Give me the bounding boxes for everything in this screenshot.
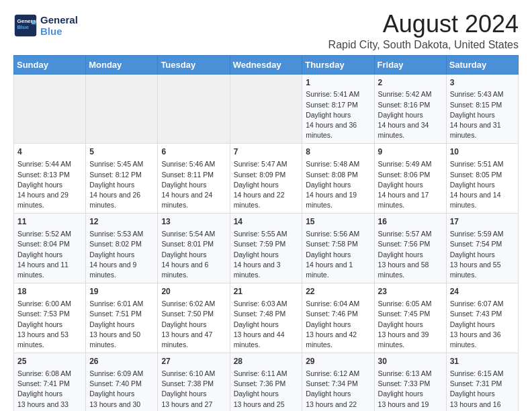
calendar-week-5: 25Sunrise: 6:08 AMSunset: 7:41 PMDayligh… [14, 353, 519, 411]
calendar-week-3: 11Sunrise: 5:52 AMSunset: 8:04 PMDayligh… [14, 214, 519, 283]
day-content: Sunrise: 6:10 AMSunset: 7:38 PMDaylight … [161, 369, 226, 411]
day-number: 31 [450, 356, 515, 367]
day-content: Sunrise: 5:46 AMSunset: 8:11 PMDaylight … [161, 159, 226, 210]
day-number: 2 [378, 77, 443, 89]
day-content: Sunrise: 5:45 AMSunset: 8:12 PMDaylight … [89, 159, 154, 210]
day-number: 30 [378, 356, 443, 367]
day-number: 18 [17, 286, 82, 298]
calendar-cell: 29Sunrise: 6:12 AMSunset: 7:34 PMDayligh… [302, 353, 374, 411]
day-content: Sunrise: 6:03 AMSunset: 7:48 PMDaylight … [234, 299, 299, 350]
calendar-week-1: 1Sunrise: 5:41 AMSunset: 8:17 PMDaylight… [14, 74, 519, 144]
calendar-cell: 1Sunrise: 5:41 AMSunset: 8:17 PMDaylight… [302, 74, 374, 144]
day-content: Sunrise: 5:56 AMSunset: 7:58 PMDaylight … [306, 229, 370, 280]
day-content: Sunrise: 5:53 AMSunset: 8:02 PMDaylight … [89, 229, 154, 280]
day-content: Sunrise: 6:01 AMSunset: 7:51 PMDaylight … [89, 299, 154, 350]
calendar-cell: 24Sunrise: 6:07 AMSunset: 7:43 PMDayligh… [446, 283, 518, 353]
weekday-header-wednesday: Wednesday [230, 55, 302, 74]
main-title: August 2024 [328, 11, 519, 38]
calendar-cell: 28Sunrise: 6:11 AMSunset: 7:36 PMDayligh… [230, 353, 302, 411]
logo-line2: Blue [40, 26, 78, 37]
day-content: Sunrise: 5:48 AMSunset: 8:08 PMDaylight … [306, 159, 370, 210]
day-content: Sunrise: 6:13 AMSunset: 7:33 PMDaylight … [378, 369, 443, 411]
day-number: 17 [450, 216, 515, 228]
calendar-cell: 31Sunrise: 6:15 AMSunset: 7:31 PMDayligh… [446, 353, 518, 411]
sub-title: Rapid City, South Dakota, United States [328, 39, 519, 51]
logo-text-block: General Blue [40, 14, 78, 38]
day-content: Sunrise: 5:54 AMSunset: 8:01 PMDaylight … [161, 229, 226, 280]
calendar-cell: 7Sunrise: 5:47 AMSunset: 8:09 PMDaylight… [230, 144, 302, 214]
calendar-cell [230, 74, 302, 144]
day-number: 20 [161, 286, 226, 298]
day-number: 26 [89, 356, 154, 367]
logo-icon: General Blue [13, 13, 38, 38]
day-number: 13 [161, 216, 226, 228]
calendar-week-2: 4Sunrise: 5:44 AMSunset: 8:13 PMDaylight… [14, 144, 519, 214]
weekday-row: SundayMondayTuesdayWednesdayThursdayFrid… [14, 55, 519, 74]
weekday-header-monday: Monday [86, 55, 158, 74]
day-number: 19 [89, 286, 154, 298]
calendar-cell [158, 74, 230, 144]
day-content: Sunrise: 5:47 AMSunset: 8:09 PMDaylight … [234, 159, 299, 210]
calendar-cell: 25Sunrise: 6:08 AMSunset: 7:41 PMDayligh… [14, 353, 86, 411]
calendar-cell: 19Sunrise: 6:01 AMSunset: 7:51 PMDayligh… [86, 283, 158, 353]
logo-line1: General [40, 14, 78, 26]
day-number: 29 [306, 356, 370, 367]
day-number: 6 [161, 146, 226, 158]
calendar-cell: 27Sunrise: 6:10 AMSunset: 7:38 PMDayligh… [158, 353, 230, 411]
day-number: 10 [450, 146, 515, 158]
calendar-cell [14, 74, 86, 144]
day-number: 15 [306, 216, 370, 228]
day-number: 28 [234, 356, 299, 367]
day-number: 11 [17, 216, 82, 228]
day-number: 7 [234, 146, 299, 158]
calendar-cell: 21Sunrise: 6:03 AMSunset: 7:48 PMDayligh… [230, 283, 302, 353]
calendar-cell: 6Sunrise: 5:46 AMSunset: 8:11 PMDaylight… [158, 144, 230, 214]
calendar-cell: 26Sunrise: 6:09 AMSunset: 7:40 PMDayligh… [86, 353, 158, 411]
calendar-cell: 30Sunrise: 6:13 AMSunset: 7:33 PMDayligh… [374, 353, 446, 411]
day-content: Sunrise: 5:49 AMSunset: 8:06 PMDaylight … [378, 159, 443, 210]
day-content: Sunrise: 6:00 AMSunset: 7:53 PMDaylight … [17, 299, 82, 350]
day-content: Sunrise: 5:44 AMSunset: 8:13 PMDaylight … [17, 159, 82, 210]
calendar-cell: 9Sunrise: 5:49 AMSunset: 8:06 PMDaylight… [374, 144, 446, 214]
weekday-header-saturday: Saturday [446, 55, 518, 74]
calendar-cell: 17Sunrise: 5:59 AMSunset: 7:54 PMDayligh… [446, 214, 518, 283]
day-content: Sunrise: 6:12 AMSunset: 7:34 PMDaylight … [306, 369, 370, 411]
calendar-cell: 8Sunrise: 5:48 AMSunset: 8:08 PMDaylight… [302, 144, 374, 214]
day-content: Sunrise: 6:15 AMSunset: 7:31 PMDaylight … [450, 369, 515, 411]
day-number: 27 [161, 356, 226, 367]
calendar-cell: 12Sunrise: 5:53 AMSunset: 8:02 PMDayligh… [86, 214, 158, 283]
day-content: Sunrise: 5:57 AMSunset: 7:56 PMDaylight … [378, 229, 443, 280]
calendar-cell: 16Sunrise: 5:57 AMSunset: 7:56 PMDayligh… [374, 214, 446, 283]
day-content: Sunrise: 5:41 AMSunset: 8:17 PMDaylight … [306, 89, 370, 140]
day-content: Sunrise: 5:55 AMSunset: 7:59 PMDaylight … [234, 229, 299, 280]
day-number: 4 [17, 146, 82, 158]
day-content: Sunrise: 5:51 AMSunset: 8:05 PMDaylight … [450, 159, 515, 210]
day-content: Sunrise: 6:09 AMSunset: 7:40 PMDaylight … [89, 369, 154, 411]
calendar-cell: 22Sunrise: 6:04 AMSunset: 7:46 PMDayligh… [302, 283, 374, 353]
calendar-cell: 10Sunrise: 5:51 AMSunset: 8:05 PMDayligh… [446, 144, 518, 214]
calendar-cell: 14Sunrise: 5:55 AMSunset: 7:59 PMDayligh… [230, 214, 302, 283]
calendar-week-4: 18Sunrise: 6:00 AMSunset: 7:53 PMDayligh… [14, 283, 519, 353]
day-number: 16 [378, 216, 443, 228]
day-number: 22 [306, 286, 370, 298]
day-number: 9 [378, 146, 443, 158]
day-content: Sunrise: 6:11 AMSunset: 7:36 PMDaylight … [234, 369, 299, 411]
calendar-cell: 3Sunrise: 5:43 AMSunset: 8:15 PMDaylight… [446, 74, 518, 144]
calendar-cell: 15Sunrise: 5:56 AMSunset: 7:58 PMDayligh… [302, 214, 374, 283]
day-number: 23 [378, 286, 443, 298]
calendar-cell: 2Sunrise: 5:42 AMSunset: 8:16 PMDaylight… [374, 74, 446, 144]
day-number: 14 [234, 216, 299, 228]
day-content: Sunrise: 5:43 AMSunset: 8:15 PMDaylight … [450, 89, 515, 140]
day-content: Sunrise: 6:02 AMSunset: 7:50 PMDaylight … [161, 299, 226, 350]
svg-text:Blue: Blue [17, 24, 29, 30]
calendar-table: SundayMondayTuesdayWednesdayThursdayFrid… [13, 55, 519, 411]
day-content: Sunrise: 6:05 AMSunset: 7:45 PMDaylight … [378, 299, 443, 350]
title-block: August 2024 Rapid City, South Dakota, Un… [328, 11, 519, 51]
day-number: 3 [450, 77, 515, 89]
calendar-cell: 5Sunrise: 5:45 AMSunset: 8:12 PMDaylight… [86, 144, 158, 214]
logo: General Blue General Blue [13, 13, 78, 38]
weekday-header-thursday: Thursday [302, 55, 374, 74]
calendar-cell: 11Sunrise: 5:52 AMSunset: 8:04 PMDayligh… [14, 214, 86, 283]
day-number: 25 [17, 356, 82, 367]
calendar-header: SundayMondayTuesdayWednesdayThursdayFrid… [14, 55, 519, 74]
